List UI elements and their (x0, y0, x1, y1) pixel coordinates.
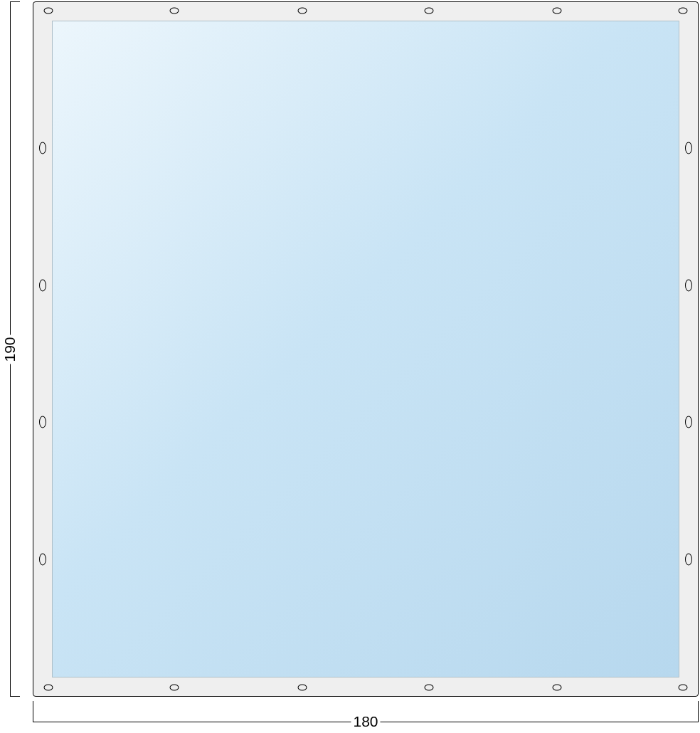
grommet-icon (39, 142, 46, 154)
dimension-width-label: 180 (351, 713, 380, 730)
tarp-panel (52, 21, 679, 677)
grommet-icon (685, 142, 692, 154)
grommet-icon (39, 554, 46, 566)
grommet-icon (298, 685, 307, 691)
dimension-tick (698, 701, 699, 722)
grommet-icon (39, 416, 46, 428)
grommet-icon (685, 416, 692, 428)
dimension-tick (10, 1, 20, 2)
grommet-icon (425, 685, 434, 691)
grommet-icon (44, 8, 53, 14)
grommet-icon (44, 685, 53, 691)
grommet-icon (685, 280, 692, 292)
grommet-icon (685, 554, 692, 566)
grommet-icon (298, 8, 307, 14)
diagram-stage: 180 190 (0, 0, 700, 733)
grommet-icon (170, 8, 179, 14)
dimension-height-label: 190 (1, 334, 18, 364)
grommet-icon (679, 685, 688, 691)
dimension-tick (33, 701, 33, 722)
dimension-tick (10, 696, 20, 697)
grommet-icon (39, 280, 46, 292)
grommet-icon (553, 8, 562, 14)
grommet-icon (425, 8, 434, 14)
grommet-icon (553, 685, 562, 691)
grommet-icon (170, 685, 179, 691)
grommet-icon (679, 8, 688, 14)
